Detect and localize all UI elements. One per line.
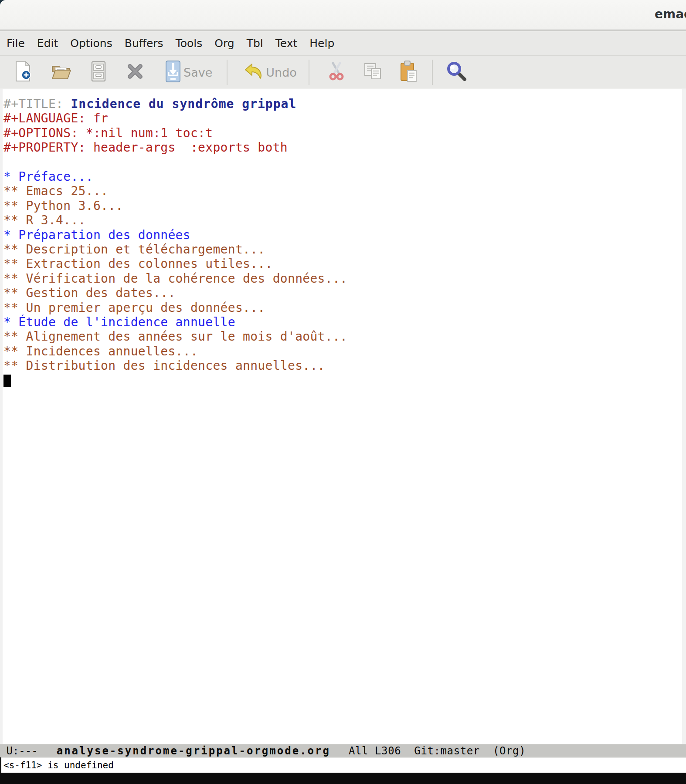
buffer-line: [3, 155, 680, 169]
menu-item-options[interactable]: Options: [70, 37, 112, 50]
close-buffer-button[interactable]: [127, 64, 143, 81]
buffer-line: ** Gestion des dates...: [3, 286, 680, 300]
toolbar-separator: [432, 60, 433, 85]
new-file-icon: [14, 61, 32, 84]
buffer-line: * Étude de l'incidence annuelle: [3, 315, 680, 329]
buffer-text-segment: ** R 3.4...: [3, 213, 86, 227]
buffer-line: #+OPTIONS: *:nil num:1 toc:t: [3, 126, 680, 140]
save-button[interactable]: Save: [165, 60, 212, 84]
buffer-line: ** Incidences annuelles...: [3, 344, 680, 358]
buffer-text-segment: * Préface...: [3, 169, 93, 184]
buffer-text-segment: #+TITLE:: [3, 97, 71, 111]
file-cabinet-icon: [91, 61, 106, 84]
window-title: emacs: [655, 7, 686, 21]
buffer-line: ** Alignement des années sur le mois d'a…: [3, 329, 680, 344]
directory-button[interactable]: [91, 61, 106, 84]
titlebar[interactable]: emacs: [0, 0, 686, 30]
buffer-line: #+LANGUAGE: fr: [3, 111, 680, 125]
buffer-line: [3, 373, 680, 388]
menu-item-help[interactable]: Help: [309, 37, 334, 50]
cut-button[interactable]: [329, 62, 344, 83]
close-buffer-icon: [127, 64, 143, 81]
buffer-line: ** Vérification de la cohérence des donn…: [3, 271, 680, 286]
paste-button[interactable]: [400, 61, 418, 84]
buffer-line: * Préface...: [3, 169, 680, 184]
buffer-text-segment: #+PROPERTY: header-args :exports both: [3, 140, 288, 155]
buffer-text-segment: ** Un premier aperçu des données...: [3, 301, 265, 315]
buffer-text-segment: ** Extraction des colonnes utiles...: [3, 257, 273, 271]
buffer-text-segment: #+LANGUAGE: fr: [3, 111, 108, 125]
toolbar: Save Undo: [0, 55, 686, 89]
buffer-line: ** Description et téléchargement...: [3, 242, 680, 257]
new-file-button[interactable]: [14, 61, 32, 84]
search-button[interactable]: [447, 61, 467, 83]
echo-area[interactable]: <s-f11> is undefined: [0, 757, 686, 773]
buffer-text-segment: * Préparation des données: [3, 228, 190, 242]
menu-item-text[interactable]: Text: [275, 37, 298, 50]
modeline-buffer-name[interactable]: analyse-syndrome-grippal-orgmode.org: [57, 745, 330, 757]
save-button-label: Save: [183, 66, 212, 79]
open-file-button[interactable]: [51, 62, 71, 82]
save-icon: [165, 60, 181, 84]
buffer-line: ** R 3.4...: [3, 213, 680, 227]
menu-item-edit[interactable]: Edit: [37, 37, 58, 50]
copy-button[interactable]: [363, 62, 382, 82]
editor-buffer[interactable]: #+TITLE: Incidence du syndrôme grippal#+…: [0, 89, 686, 744]
buffer-text-segment: ** Description et téléchargement...: [3, 242, 265, 257]
buffer-text-segment: ** Vérification de la cohérence des donn…: [3, 271, 347, 286]
buffer-line: ** Python 3.6...: [3, 199, 680, 213]
buffer-text-segment: ** Gestion des dates...: [3, 286, 176, 300]
menu-item-org[interactable]: Org: [214, 37, 234, 50]
menu-item-file[interactable]: File: [7, 37, 25, 50]
buffer-line: #+TITLE: Incidence du syndrôme grippal: [3, 97, 680, 111]
menu-item-buffers[interactable]: Buffers: [125, 37, 163, 50]
toolbar-separator: [227, 60, 228, 85]
open-folder-icon: [51, 62, 71, 82]
buffer-line: ** Emacs 25...: [3, 184, 680, 198]
emacs-window: emacs FileEditOptionsBuffersToolsOrgTblT…: [0, 0, 686, 784]
menubar: FileEditOptionsBuffersToolsOrgTblTextHel…: [0, 31, 686, 55]
buffer-text-segment: Incidence du syndrôme grippal: [71, 97, 296, 111]
modeline: U:--- analyse-syndrome-grippal-orgmode.o…: [0, 744, 686, 757]
left-fringe: [0, 89, 3, 744]
paste-icon: [400, 61, 418, 84]
buffer-text-segment: ** Incidences annuelles...: [3, 344, 198, 358]
undo-icon: [243, 62, 263, 82]
menu-item-tbl[interactable]: Tbl: [247, 37, 263, 50]
buffer-line: ** Extraction des colonnes utiles...: [3, 257, 680, 271]
buffer-text-segment: ** Alignement des années sur le mois d'a…: [3, 329, 347, 344]
scrollbar-track[interactable]: [682, 89, 686, 744]
buffer-line: * Préparation des données: [3, 228, 680, 242]
buffer-text-segment: * Étude de l'incidence annuelle: [3, 315, 235, 329]
buffer-line: ** Distribution des incidences annuelles…: [3, 358, 680, 373]
buffer-text-segment: ** Distribution des incidences annuelles…: [3, 358, 325, 373]
search-icon: [447, 61, 467, 83]
buffer-text-segment: ** Python 3.6...: [3, 199, 123, 213]
modeline-status-flags: U:---: [0, 745, 38, 757]
text-cursor: [3, 375, 11, 387]
buffer-text-segment: #+OPTIONS: *:nil num:1 toc:t: [3, 126, 213, 140]
menu-item-tools[interactable]: Tools: [176, 37, 203, 50]
buffer-text-segment: ** Emacs 25...: [3, 184, 108, 198]
echo-message: <s-f11> is undefined: [3, 760, 114, 770]
toolbar-separator: [309, 60, 309, 85]
cut-icon: [329, 62, 344, 83]
undo-button[interactable]: Undo: [243, 62, 297, 82]
buffer-line: ** Un premier aperçu des données...: [3, 301, 680, 315]
bottom-strip: [0, 773, 686, 784]
buffer-line: #+PROPERTY: header-args :exports both: [3, 140, 680, 155]
undo-button-label: Undo: [266, 66, 297, 79]
modeline-position-info: All L306 Git:master (Org): [349, 745, 526, 757]
copy-icon: [363, 62, 382, 82]
